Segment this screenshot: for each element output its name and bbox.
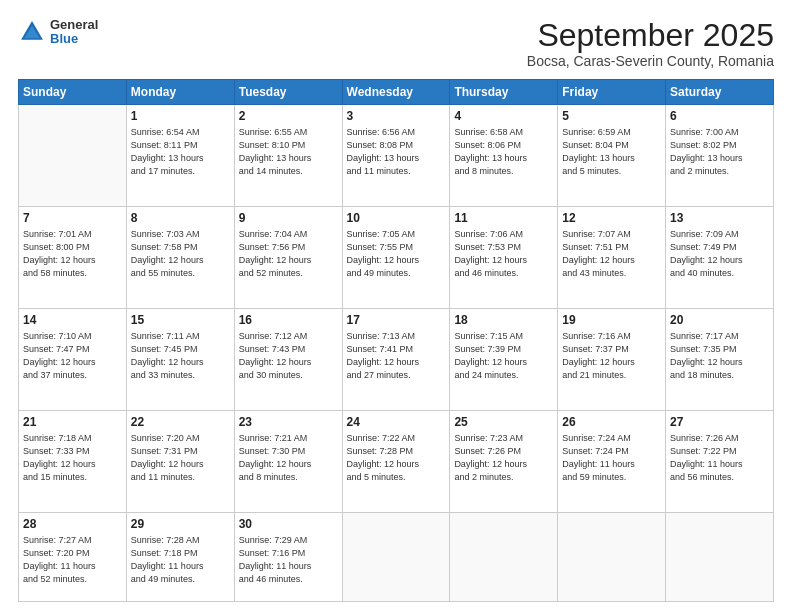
day-number: 17	[347, 312, 446, 329]
day-number: 12	[562, 210, 661, 227]
day-content: Sunrise: 7:28 AM Sunset: 7:18 PM Dayligh…	[131, 534, 230, 586]
calendar-table: SundayMondayTuesdayWednesdayThursdayFrid…	[18, 79, 774, 602]
calendar-cell: 28Sunrise: 7:27 AM Sunset: 7:20 PM Dayli…	[19, 512, 127, 601]
calendar-cell	[558, 512, 666, 601]
day-number: 2	[239, 108, 338, 125]
day-content: Sunrise: 6:56 AM Sunset: 8:08 PM Dayligh…	[347, 126, 446, 178]
week-row-4: 21Sunrise: 7:18 AM Sunset: 7:33 PM Dayli…	[19, 410, 774, 512]
day-content: Sunrise: 7:15 AM Sunset: 7:39 PM Dayligh…	[454, 330, 553, 382]
day-number: 27	[670, 414, 769, 431]
calendar-cell: 21Sunrise: 7:18 AM Sunset: 7:33 PM Dayli…	[19, 410, 127, 512]
day-number: 1	[131, 108, 230, 125]
calendar-cell: 10Sunrise: 7:05 AM Sunset: 7:55 PM Dayli…	[342, 207, 450, 309]
day-content: Sunrise: 7:27 AM Sunset: 7:20 PM Dayligh…	[23, 534, 122, 586]
calendar-cell: 6Sunrise: 7:00 AM Sunset: 8:02 PM Daylig…	[666, 105, 774, 207]
calendar-cell: 20Sunrise: 7:17 AM Sunset: 7:35 PM Dayli…	[666, 309, 774, 411]
week-row-5: 28Sunrise: 7:27 AM Sunset: 7:20 PM Dayli…	[19, 512, 774, 601]
day-number: 15	[131, 312, 230, 329]
calendar-cell: 16Sunrise: 7:12 AM Sunset: 7:43 PM Dayli…	[234, 309, 342, 411]
day-number: 23	[239, 414, 338, 431]
calendar-cell: 29Sunrise: 7:28 AM Sunset: 7:18 PM Dayli…	[126, 512, 234, 601]
calendar-cell: 24Sunrise: 7:22 AM Sunset: 7:28 PM Dayli…	[342, 410, 450, 512]
calendar-cell: 13Sunrise: 7:09 AM Sunset: 7:49 PM Dayli…	[666, 207, 774, 309]
calendar-cell: 11Sunrise: 7:06 AM Sunset: 7:53 PM Dayli…	[450, 207, 558, 309]
calendar-cell: 1Sunrise: 6:54 AM Sunset: 8:11 PM Daylig…	[126, 105, 234, 207]
day-content: Sunrise: 7:05 AM Sunset: 7:55 PM Dayligh…	[347, 228, 446, 280]
logo: General Blue	[18, 18, 98, 47]
title-area: September 2025 Bocsa, Caras-Severin Coun…	[527, 18, 774, 69]
calendar-cell: 12Sunrise: 7:07 AM Sunset: 7:51 PM Dayli…	[558, 207, 666, 309]
day-number: 14	[23, 312, 122, 329]
day-number: 8	[131, 210, 230, 227]
day-content: Sunrise: 7:16 AM Sunset: 7:37 PM Dayligh…	[562, 330, 661, 382]
weekday-header-sunday: Sunday	[19, 80, 127, 105]
day-content: Sunrise: 7:26 AM Sunset: 7:22 PM Dayligh…	[670, 432, 769, 484]
weekday-header-thursday: Thursday	[450, 80, 558, 105]
logo-icon	[18, 18, 46, 46]
day-content: Sunrise: 7:03 AM Sunset: 7:58 PM Dayligh…	[131, 228, 230, 280]
weekday-header-row: SundayMondayTuesdayWednesdayThursdayFrid…	[19, 80, 774, 105]
day-number: 28	[23, 516, 122, 533]
calendar-cell	[666, 512, 774, 601]
logo-general-text: General	[50, 18, 98, 32]
day-number: 6	[670, 108, 769, 125]
week-row-3: 14Sunrise: 7:10 AM Sunset: 7:47 PM Dayli…	[19, 309, 774, 411]
day-number: 18	[454, 312, 553, 329]
day-content: Sunrise: 7:17 AM Sunset: 7:35 PM Dayligh…	[670, 330, 769, 382]
day-number: 30	[239, 516, 338, 533]
day-number: 26	[562, 414, 661, 431]
calendar-cell	[450, 512, 558, 601]
logo-text: General Blue	[50, 18, 98, 47]
day-number: 29	[131, 516, 230, 533]
day-number: 7	[23, 210, 122, 227]
calendar-cell: 22Sunrise: 7:20 AM Sunset: 7:31 PM Dayli…	[126, 410, 234, 512]
weekday-header-friday: Friday	[558, 80, 666, 105]
calendar-cell: 26Sunrise: 7:24 AM Sunset: 7:24 PM Dayli…	[558, 410, 666, 512]
day-content: Sunrise: 7:21 AM Sunset: 7:30 PM Dayligh…	[239, 432, 338, 484]
day-content: Sunrise: 7:10 AM Sunset: 7:47 PM Dayligh…	[23, 330, 122, 382]
calendar-cell: 17Sunrise: 7:13 AM Sunset: 7:41 PM Dayli…	[342, 309, 450, 411]
calendar-cell: 30Sunrise: 7:29 AM Sunset: 7:16 PM Dayli…	[234, 512, 342, 601]
header: General Blue September 2025 Bocsa, Caras…	[18, 18, 774, 69]
day-content: Sunrise: 7:04 AM Sunset: 7:56 PM Dayligh…	[239, 228, 338, 280]
page: General Blue September 2025 Bocsa, Caras…	[0, 0, 792, 612]
calendar-cell: 15Sunrise: 7:11 AM Sunset: 7:45 PM Dayli…	[126, 309, 234, 411]
day-number: 5	[562, 108, 661, 125]
calendar-cell: 4Sunrise: 6:58 AM Sunset: 8:06 PM Daylig…	[450, 105, 558, 207]
day-number: 21	[23, 414, 122, 431]
day-content: Sunrise: 7:12 AM Sunset: 7:43 PM Dayligh…	[239, 330, 338, 382]
day-number: 3	[347, 108, 446, 125]
day-content: Sunrise: 6:54 AM Sunset: 8:11 PM Dayligh…	[131, 126, 230, 178]
day-content: Sunrise: 7:23 AM Sunset: 7:26 PM Dayligh…	[454, 432, 553, 484]
calendar-cell: 19Sunrise: 7:16 AM Sunset: 7:37 PM Dayli…	[558, 309, 666, 411]
calendar-cell: 7Sunrise: 7:01 AM Sunset: 8:00 PM Daylig…	[19, 207, 127, 309]
day-number: 22	[131, 414, 230, 431]
calendar-cell: 23Sunrise: 7:21 AM Sunset: 7:30 PM Dayli…	[234, 410, 342, 512]
location-subtitle: Bocsa, Caras-Severin County, Romania	[527, 53, 774, 69]
calendar-cell: 27Sunrise: 7:26 AM Sunset: 7:22 PM Dayli…	[666, 410, 774, 512]
day-number: 25	[454, 414, 553, 431]
calendar-cell: 5Sunrise: 6:59 AM Sunset: 8:04 PM Daylig…	[558, 105, 666, 207]
day-content: Sunrise: 7:01 AM Sunset: 8:00 PM Dayligh…	[23, 228, 122, 280]
day-content: Sunrise: 6:59 AM Sunset: 8:04 PM Dayligh…	[562, 126, 661, 178]
calendar-cell	[342, 512, 450, 601]
calendar-cell: 2Sunrise: 6:55 AM Sunset: 8:10 PM Daylig…	[234, 105, 342, 207]
day-number: 9	[239, 210, 338, 227]
logo-blue-text: Blue	[50, 32, 98, 46]
day-content: Sunrise: 7:09 AM Sunset: 7:49 PM Dayligh…	[670, 228, 769, 280]
day-number: 10	[347, 210, 446, 227]
month-title: September 2025	[527, 18, 774, 53]
day-content: Sunrise: 7:11 AM Sunset: 7:45 PM Dayligh…	[131, 330, 230, 382]
day-number: 16	[239, 312, 338, 329]
day-content: Sunrise: 6:55 AM Sunset: 8:10 PM Dayligh…	[239, 126, 338, 178]
day-content: Sunrise: 7:13 AM Sunset: 7:41 PM Dayligh…	[347, 330, 446, 382]
week-row-1: 1Sunrise: 6:54 AM Sunset: 8:11 PM Daylig…	[19, 105, 774, 207]
calendar-cell: 9Sunrise: 7:04 AM Sunset: 7:56 PM Daylig…	[234, 207, 342, 309]
day-content: Sunrise: 7:20 AM Sunset: 7:31 PM Dayligh…	[131, 432, 230, 484]
calendar-cell: 25Sunrise: 7:23 AM Sunset: 7:26 PM Dayli…	[450, 410, 558, 512]
calendar-cell: 8Sunrise: 7:03 AM Sunset: 7:58 PM Daylig…	[126, 207, 234, 309]
day-content: Sunrise: 7:29 AM Sunset: 7:16 PM Dayligh…	[239, 534, 338, 586]
day-content: Sunrise: 6:58 AM Sunset: 8:06 PM Dayligh…	[454, 126, 553, 178]
weekday-header-wednesday: Wednesday	[342, 80, 450, 105]
calendar-cell: 3Sunrise: 6:56 AM Sunset: 8:08 PM Daylig…	[342, 105, 450, 207]
